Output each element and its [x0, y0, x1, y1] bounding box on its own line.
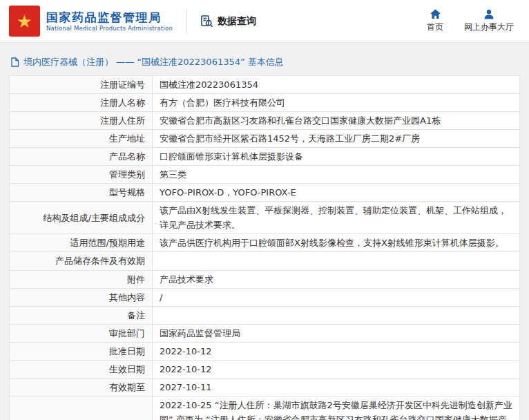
- row-label: 生产地址: [10, 130, 153, 148]
- row-value-change-history: 2022-10-25 “注册人住所：巢湖市旗鼓路2号安徽居巢经济开发区中科先进制…: [153, 396, 520, 420]
- row-label: 产品名称: [10, 148, 153, 166]
- row-value: 2022-10-12: [153, 360, 520, 378]
- row-label: 管理类别: [10, 166, 153, 184]
- nav-home[interactable]: 首页: [427, 9, 443, 33]
- top-navigation: 首页 网上办事大厅: [427, 9, 514, 33]
- row-label: 生效日期: [10, 360, 153, 378]
- breadcrumb: 境内医疗器械（注册） —— “国械注准20223061354” 基本信息: [9, 55, 520, 75]
- nav-service-hall-label: 网上办事大厅: [464, 21, 514, 33]
- brand-text: 国家药品监督管理局 National Medical Products Admi…: [46, 10, 173, 32]
- row-label: 备注: [10, 306, 153, 324]
- row-value: 安徽省合肥市经开区紫石路1452号，天海路工业厂房二期2#厂房: [153, 130, 520, 148]
- table-row: 其他内容/: [10, 288, 520, 306]
- document-search-icon: [200, 15, 213, 28]
- nav-service-hall[interactable]: 网上办事大厅: [464, 9, 514, 33]
- row-label: 适用范围/预期用途: [10, 234, 153, 252]
- row-label: 附件: [10, 270, 153, 288]
- table-row: 有效期至2027-10-11: [10, 378, 520, 396]
- table-row: 结构及组成/主要组成成分该产品由X射线发生装置、平板探测器、控制装置、辅助定位装…: [10, 202, 520, 234]
- table-row: 变更情况2022-10-25 “注册人住所：巢湖市旗鼓路2号安徽居巢经济开发区中…: [10, 396, 520, 420]
- row-label: 批准日期: [10, 342, 153, 360]
- row-label: 审批部门: [10, 324, 153, 342]
- page-content: 境内医疗器械（注册） —— “国械注准20223061354” 基本信息 注册证…: [0, 43, 529, 420]
- row-label: 注册人住所: [10, 112, 153, 130]
- table-row: 批准日期2022-10-12: [10, 342, 520, 360]
- person-icon: [483, 9, 494, 19]
- registration-info-table: 注册证编号国械注准20223061354 注册人名称有方（合肥）医疗科技有限公司…: [9, 75, 520, 420]
- row-label: 型号规格: [10, 184, 153, 202]
- agency-name-en: National Medical Products Administration: [46, 25, 173, 32]
- table-row: 注册证编号国械注准20223061354: [10, 76, 520, 94]
- row-label: 变更情况: [10, 396, 153, 420]
- nmpa-emblem-logo: ★: [9, 6, 40, 37]
- table-row: 管理类别第三类: [10, 166, 520, 184]
- top-header: ★ 国家药品监督管理局 National Medical Products Ad…: [0, 0, 529, 43]
- page-icon: [10, 57, 19, 67]
- table-row: 生产地址安徽省合肥市经开区紫石路1452号，天海路工业厂房二期2#厂房: [10, 130, 520, 148]
- table-row: 生效日期2022-10-12: [10, 360, 520, 378]
- row-label: 产品储存条件及有效期: [10, 252, 153, 270]
- row-label: 有效期至: [10, 378, 153, 396]
- row-value: [153, 306, 520, 324]
- table-row: 附件产品技术要求: [10, 270, 520, 288]
- table-row: 适用范围/预期用途该产品供医疗机构用于口腔颌面部X射线影像检查，支持X射线锥形束…: [10, 234, 520, 252]
- row-value: 2022-10-12: [153, 342, 520, 360]
- row-value: 产品技术要求: [153, 270, 520, 288]
- nav-home-label: 首页: [427, 21, 443, 33]
- brand-area: ★ 国家药品监督管理局 National Medical Products Ad…: [9, 6, 256, 37]
- row-label: 注册证编号: [10, 76, 153, 94]
- row-label: 其他内容: [10, 288, 153, 306]
- breadcrumb-text: 境内医疗器械（注册） —— “国械注准20223061354” 基本信息: [23, 56, 284, 68]
- data-query-button[interactable]: 数据查询: [200, 15, 256, 28]
- table-row: 备注: [10, 306, 520, 324]
- data-query-label: 数据查询: [218, 15, 256, 28]
- table-row: 型号规格YOFO-PIROX-D，YOFO-PIROX-E: [10, 184, 520, 202]
- table-row: 产品储存条件及有效期: [10, 252, 520, 270]
- row-label: 注册人名称: [10, 94, 153, 112]
- row-value: 国家药品监督管理局: [153, 324, 520, 342]
- row-value: YOFO-PIROX-D，YOFO-PIROX-E: [153, 184, 520, 202]
- table-row: 注册人住所安徽省合肥市高新区习友路和孔雀台路交口国家健康大数据产业园A1栋: [10, 112, 520, 130]
- row-label: 结构及组成/主要组成成分: [10, 202, 153, 234]
- row-value: /: [153, 288, 520, 306]
- row-value: 口腔颌面锥形束计算机体层摄影设备: [153, 148, 520, 166]
- agency-name-cn: 国家药品监督管理局: [46, 10, 173, 25]
- table-row: 注册人名称有方（合肥）医疗科技有限公司: [10, 94, 520, 112]
- row-value: 该产品由X射线发生装置、平板探测器、控制装置、辅助定位装置、机架、工作站组成，详…: [153, 202, 520, 234]
- row-value: 安徽省合肥市高新区习友路和孔雀台路交口国家健康大数据产业园A1栋: [153, 112, 520, 130]
- row-value: 第三类: [153, 166, 520, 184]
- row-value: [153, 252, 520, 270]
- table-row: 审批部门国家药品监督管理局: [10, 324, 520, 342]
- vertical-divider: [186, 9, 187, 34]
- home-icon: [430, 9, 441, 19]
- row-value: 有方（合肥）医疗科技有限公司: [153, 94, 520, 112]
- table-row: 产品名称口腔颌面锥形束计算机体层摄影设备: [10, 148, 520, 166]
- row-value: 国械注准20223061354: [153, 76, 520, 94]
- row-value: 该产品供医疗机构用于口腔颌面部X射线影像检查，支持X射线锥形束计算机体层摄影。: [153, 234, 520, 252]
- row-value: 2027-10-11: [153, 378, 520, 396]
